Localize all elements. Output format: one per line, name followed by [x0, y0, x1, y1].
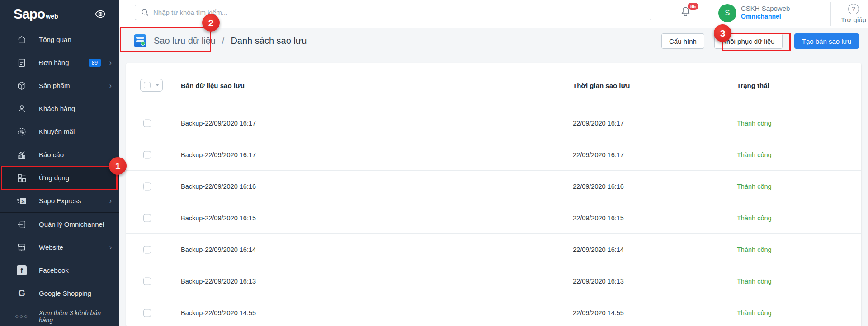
sidebar-item-label: Website [39, 243, 63, 251]
sidebar-item-google-shopping[interactable]: G Google Shopping [0, 282, 119, 305]
table-row[interactable]: Backup-22/09/2020 14:55 22/09/2020 14:55… [126, 297, 861, 326]
table-row[interactable]: Backup-22/09/2020 16:17 22/09/2020 16:17… [126, 107, 861, 139]
breadcrumb-bar: Sao lưu dữ liệu / Danh sách sao lưu Cấu … [119, 28, 868, 53]
sidebar-item-label: Quản lý Omnichannel [39, 220, 104, 228]
notifications-button[interactable]: 86 [679, 5, 698, 23]
row-checkbox[interactable] [143, 246, 151, 253]
sidebar-logo-row: Sapo web [0, 0, 119, 28]
account-org: Omnichannel [741, 13, 790, 20]
sidebar-item-label: Khách hàng [39, 105, 75, 112]
sidebar-item-label: Ứng dụng [39, 174, 69, 182]
omnichannel-exit-icon [16, 219, 27, 230]
eye-icon[interactable] [94, 8, 106, 20]
search-input[interactable] [135, 5, 651, 20]
sidebar-nav: Tổng quan Đơn hàng 89 › Sản phẩm › [0, 28, 119, 326]
backup-time: 22/09/2020 16:15 [573, 214, 624, 222]
backup-time: 22/09/2020 16:16 [573, 183, 624, 190]
sidebar: Sapo web Tổng quan Đơn h [0, 0, 119, 326]
restore-data-button[interactable]: Khôi phục dữ liệu [714, 33, 783, 49]
backup-name: Backup-22/09/2020 16:14 [181, 246, 256, 253]
sidebar-item-khach-hang[interactable]: Khách hàng [0, 97, 119, 120]
chevron-right-icon: › [109, 243, 112, 251]
sapo-express-icon: S [16, 196, 27, 206]
table-row[interactable]: Backup-22/09/2020 16:14 22/09/2020 16:14… [126, 233, 861, 265]
sidebar-item-label: Đơn hàng [39, 59, 69, 66]
products-icon [16, 80, 27, 91]
sidebar-item-label: Báo cáo [39, 151, 64, 158]
backup-time: 22/09/2020 14:55 [573, 309, 624, 317]
row-checkbox[interactable] [143, 214, 151, 222]
more-channels-icon: ○○○ [16, 311, 27, 322]
backup-name: Backup-22/09/2020 16:13 [181, 278, 256, 285]
sidebar-item-facebook[interactable]: f Facebook [0, 259, 119, 282]
status-badge: Thành công [737, 183, 772, 190]
sidebar-item-label: Tổng quan [39, 36, 71, 43]
account-name: CSKH Sapoweb [741, 5, 790, 12]
select-all-dropdown[interactable] [140, 79, 163, 92]
account-menu[interactable]: S CSKH Sapoweb Omnichannel [718, 4, 790, 22]
sapo-logo[interactable]: Sapo web [14, 6, 58, 22]
sidebar-item-label: Khuyến mãi [39, 128, 75, 135]
table-header-row: Bản dữ liệu sao lưu Thời gian sao lưu Tr… [126, 63, 861, 107]
breadcrumb: Sao lưu dữ liệu / Danh sách sao lưu [134, 34, 307, 47]
promotion-icon [16, 126, 27, 137]
sidebar-item-bao-cao[interactable]: Báo cáo [0, 143, 119, 166]
backup-name: Backup-22/09/2020 14:55 [181, 309, 256, 317]
sidebar-item-ung-dung[interactable]: Ứng dụng [0, 166, 119, 189]
backup-time: 22/09/2020 16:13 [573, 278, 624, 285]
backup-time: 22/09/2020 16:17 [573, 120, 624, 127]
home-icon [16, 34, 27, 45]
sidebar-item-don-hang[interactable]: Đơn hàng 89 › [0, 51, 119, 74]
configure-button[interactable]: Cấu hình [661, 33, 704, 49]
sapo-logo-text: Sapo [14, 6, 45, 22]
sidebar-item-tong-quan[interactable]: Tổng quan [0, 28, 119, 51]
sidebar-item-xem-them[interactable]: ○○○ Xem thêm 3 kênh bán hàng [0, 305, 119, 326]
status-badge: Thành công [737, 309, 772, 317]
status-badge: Thành công [737, 278, 772, 285]
sidebar-item-label: Google Shopping [39, 289, 91, 297]
backup-name: Backup-22/09/2020 16:16 [181, 183, 256, 190]
sidebar-item-sapo-express[interactable]: S Sapo Express › [0, 189, 119, 212]
row-checkbox[interactable] [143, 182, 151, 190]
sidebar-item-khuyen-mai[interactable]: Khuyến mãi [0, 120, 119, 143]
sidebar-item-quan-ly-omnichannel[interactable]: Quản lý Omnichannel [0, 213, 119, 236]
account-texts: CSKH Sapoweb Omnichannel [741, 4, 790, 22]
breadcrumb-page-title: Danh sách sao lưu [231, 36, 307, 46]
table-row[interactable]: Backup-22/09/2020 16:16 22/09/2020 16:16… [126, 170, 861, 202]
select-all-checkbox[interactable] [144, 82, 151, 88]
sidebar-item-label: Xem thêm 3 kênh bán hàng [39, 309, 111, 324]
topbar: 86 S CSKH Sapoweb Omnichannel ? Trợ giúp [119, 0, 868, 28]
row-checkbox[interactable] [143, 119, 151, 127]
help-label: Trợ giúp [838, 16, 868, 23]
backup-time: 22/09/2020 16:14 [573, 246, 624, 253]
sidebar-item-website[interactable]: Website › [0, 236, 119, 259]
row-checkbox[interactable] [143, 151, 151, 158]
notification-count-badge: 86 [688, 3, 698, 10]
table-row[interactable]: Backup-22/09/2020 16:15 22/09/2020 16:15… [126, 202, 861, 233]
column-header-status: Trạng thái [737, 81, 769, 89]
backup-time: 22/09/2020 16:17 [573, 151, 624, 158]
orders-count-badge: 89 [89, 59, 101, 67]
backup-name: Backup-22/09/2020 16:17 [181, 120, 256, 127]
customers-icon [16, 103, 27, 114]
google-icon: G [16, 288, 27, 299]
avatar: S [718, 4, 736, 22]
help-button[interactable]: ? Trợ giúp [838, 4, 868, 23]
sidebar-item-label: Facebook [39, 266, 69, 274]
page-actions: Cấu hình Khôi phục dữ liệu Tạo bản sao l… [661, 33, 859, 49]
search-icon [141, 8, 149, 17]
table-row[interactable]: Backup-22/09/2020 16:17 22/09/2020 16:17… [126, 139, 861, 170]
sidebar-item-san-pham[interactable]: Sản phẩm › [0, 74, 119, 97]
header-divider [830, 2, 831, 26]
status-badge: Thành công [737, 120, 772, 127]
svg-text:S: S [21, 198, 24, 204]
breadcrumb-section[interactable]: Sao lưu dữ liệu [154, 36, 216, 46]
chevron-right-icon: › [109, 59, 112, 67]
create-backup-button[interactable]: Tạo bản sao lưu [794, 33, 859, 49]
table-row[interactable]: Backup-22/09/2020 16:13 22/09/2020 16:13… [126, 265, 861, 297]
main-area: 86 S CSKH Sapoweb Omnichannel ? Trợ giúp [119, 0, 868, 326]
row-checkbox[interactable] [143, 277, 151, 285]
facebook-icon: f [16, 265, 27, 276]
backup-app-icon [134, 34, 146, 47]
row-checkbox[interactable] [143, 309, 151, 317]
